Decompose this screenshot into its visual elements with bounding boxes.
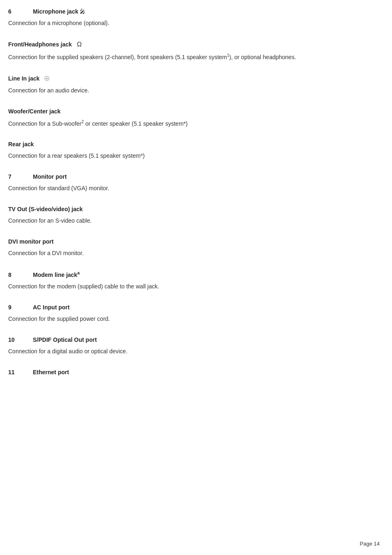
- section-desc-spdif: Connection for a digital audio or optica…: [8, 347, 376, 356]
- section-header-line-in: Line In jack ⦾: [8, 75, 376, 82]
- section-spdif-optical-out-port: 10 S/PDIF Optical Out port Connection fo…: [8, 336, 376, 356]
- section-dvi-monitor-port: DVI monitor port Connection for a DVI mo…: [8, 238, 376, 258]
- section-desc-rear: Connection for a rear speakers (5.1 spea…: [8, 152, 376, 160]
- section-number-10: 10: [8, 336, 33, 343]
- section-number-11: 11: [8, 369, 33, 375]
- section-title-dvi: DVI monitor port: [8, 238, 53, 245]
- section-number-8: 8: [8, 272, 33, 278]
- section-number-6: 6: [8, 8, 33, 15]
- section-header-tv-out: TV Out (S-video/video) jack: [8, 206, 376, 212]
- line-in-icon: ⦾: [44, 75, 49, 82]
- section-title-rear: Rear jack: [8, 141, 34, 147]
- page-footer: Page 14: [360, 541, 380, 547]
- section-header-modem: 8 Modem line jacka: [8, 271, 376, 278]
- section-tv-out-jack: TV Out (S-video/video) jack Connection f…: [8, 206, 376, 225]
- section-header-woofer-center: Woofer/Center jack: [8, 108, 376, 115]
- section-header-spdif: 10 S/PDIF Optical Out port: [8, 336, 376, 343]
- headphone-icon: Ω: [77, 41, 82, 48]
- section-desc-monitor: Connection for standard (VGA) monitor.: [8, 184, 376, 193]
- section-woofer-center-jack: Woofer/Center jack Connection for a Sub-…: [8, 108, 376, 128]
- section-desc-woofer-center: Connection for a Sub-woofer2 or center s…: [8, 119, 376, 128]
- section-header-ethernet: 11 Ethernet port: [8, 369, 376, 375]
- section-desc-microphone: Connection for a microphone (optional).: [8, 19, 376, 28]
- section-ethernet-port: 11 Ethernet port: [8, 369, 376, 375]
- section-header-dvi: DVI monitor port: [8, 238, 376, 245]
- section-desc-front-headphones: Connection for the supplied speakers (2-…: [8, 52, 376, 62]
- section-ac-input-port: 9 AC Input port Connection for the suppl…: [8, 304, 376, 323]
- section-desc-ac-input: Connection for the supplied power cord.: [8, 315, 376, 323]
- section-title-microphone: Microphone jack: [33, 8, 78, 15]
- section-modem-line-jack: 8 Modem line jacka Connection for the mo…: [8, 271, 376, 291]
- section-desc-tv-out: Connection for an S-video cable.: [8, 216, 376, 225]
- page-number: Page 14: [360, 541, 380, 547]
- section-desc-dvi: Connection for a DVI monitor.: [8, 249, 376, 258]
- section-microphone-jack: 6 Microphone jack 🎤︎ Connection for a mi…: [8, 8, 376, 28]
- section-title-line-in: Line In jack: [8, 75, 39, 82]
- section-title-monitor: Monitor port: [33, 173, 67, 180]
- section-title-woofer-center: Woofer/Center jack: [8, 108, 60, 115]
- section-front-headphones-jack: Front/Headphones jack Ω Connection for t…: [8, 41, 376, 62]
- section-header-microphone: 6 Microphone jack 🎤︎: [8, 8, 376, 15]
- section-desc-line-in: Connection for an audio device.: [8, 86, 376, 95]
- section-monitor-port: 7 Monitor port Connection for standard (…: [8, 173, 376, 193]
- section-title-tv-out: TV Out (S-video/video) jack: [8, 206, 83, 212]
- section-number-9: 9: [8, 304, 33, 311]
- section-line-in-jack: Line In jack ⦾ Connection for an audio d…: [8, 75, 376, 95]
- section-title-ac-input: AC Input port: [33, 304, 69, 311]
- section-rear-jack: Rear jack Connection for a rear speakers…: [8, 141, 376, 160]
- section-header-front-headphones: Front/Headphones jack Ω: [8, 41, 376, 48]
- section-header-rear: Rear jack: [8, 141, 376, 147]
- section-desc-modem: Connection for the modem (supplied) cabl…: [8, 282, 376, 291]
- section-number-7: 7: [8, 173, 33, 180]
- section-header-ac-input: 9 AC Input port: [8, 304, 376, 311]
- microphone-icon: 🎤︎: [80, 8, 85, 15]
- page-container: 6 Microphone jack 🎤︎ Connection for a mi…: [0, 0, 392, 408]
- section-title-modem: Modem line jacka: [33, 271, 80, 278]
- section-title-ethernet: Ethernet port: [33, 369, 69, 375]
- section-header-monitor: 7 Monitor port: [8, 173, 376, 180]
- section-title-front-headphones: Front/Headphones jack: [8, 41, 72, 48]
- section-title-spdif: S/PDIF Optical Out port: [33, 336, 97, 343]
